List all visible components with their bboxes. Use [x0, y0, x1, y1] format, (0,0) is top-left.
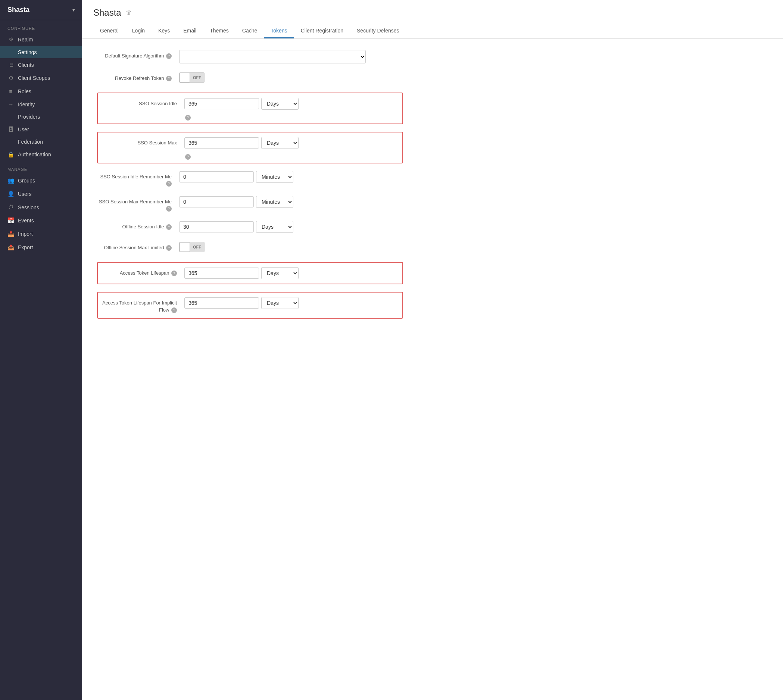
authentication-label: Authentication	[18, 152, 51, 157]
revoke-refresh-row: Revoke Refresh Token ? OFF	[97, 72, 403, 83]
sso-idle-remember-input[interactable]	[179, 171, 254, 182]
realm-title: Shasta	[7, 6, 30, 14]
identity-label: Identity	[18, 102, 35, 107]
offline-max-field: OFF	[179, 242, 403, 253]
sso-idle-remember-unit-select[interactable]: Minutes Hours Days Seconds	[256, 171, 293, 183]
access-token-unit-select[interactable]: Days Hours Minutes Seconds	[261, 267, 299, 279]
sso-idle-input[interactable]	[184, 98, 259, 109]
sso-max-label: SSO Session Max	[102, 137, 184, 146]
tab-general[interactable]: General	[93, 24, 125, 38]
sso-max-remember-field: Minutes Hours Days Seconds	[179, 196, 403, 208]
events-icon: 📅	[7, 217, 14, 224]
offline-max-label: Offline Session Max Limited ?	[97, 242, 179, 251]
sso-idle-remember-row: SSO Session Idle Remember Me ? Minutes H…	[97, 171, 403, 187]
revoke-refresh-toggle[interactable]: OFF	[179, 72, 205, 83]
sidebar-item-export[interactable]: 📤 Export	[0, 241, 82, 254]
sidebar-item-events[interactable]: 📅 Events	[0, 214, 82, 227]
sso-max-help-icon[interactable]: ?	[185, 154, 191, 160]
sso-max-remember-unit-select[interactable]: Minutes Hours Days Seconds	[256, 196, 293, 208]
tab-themes[interactable]: Themes	[203, 24, 235, 38]
sidebar-item-clients[interactable]: 🖥 Clients	[0, 58, 82, 71]
tab-login[interactable]: Login	[125, 24, 152, 38]
tab-client-registration[interactable]: Client Registration	[294, 24, 350, 38]
default-sig-help-icon[interactable]: ?	[166, 53, 172, 59]
sso-idle-help-icon[interactable]: ?	[185, 115, 191, 120]
tab-tokens[interactable]: Tokens	[264, 24, 294, 38]
sso-max-row: SSO Session Max Days Hours Minutes Secon…	[102, 137, 398, 149]
offline-idle-label: Offline Session Idle ?	[97, 221, 179, 230]
sidebar-item-client-scopes[interactable]: ⚙ Client Scopes	[0, 71, 82, 85]
sidebar-item-users[interactable]: 👤 Users	[0, 187, 82, 201]
sso-max-remember-input-group: Minutes Hours Days Seconds	[179, 196, 403, 208]
sso-max-field: Days Hours Minutes Seconds	[184, 137, 398, 149]
offline-idle-help-icon[interactable]: ?	[166, 224, 172, 230]
page-title: Shasta	[93, 7, 121, 18]
offline-max-help-icon[interactable]: ?	[166, 245, 172, 251]
default-sig-select[interactable]	[179, 50, 366, 63]
user-federation-icon: 🗄	[7, 126, 14, 132]
user-label: User	[18, 127, 29, 132]
revoke-refresh-label: Revoke Refresh Token ?	[97, 72, 179, 82]
sso-max-remember-input[interactable]	[179, 196, 254, 207]
users-label: Users	[18, 191, 32, 197]
sidebar-item-realm[interactable]: ⚙ Realm	[0, 33, 82, 46]
revoke-refresh-help-icon[interactable]: ?	[166, 76, 172, 81]
sidebar-item-roles[interactable]: ≡ Roles	[0, 85, 82, 98]
sso-idle-label: SSO Session Idle	[102, 98, 184, 107]
main-content: Shasta 🗑 General Login Keys Email Themes…	[82, 0, 783, 700]
access-token-implicit-input-group: Days Hours Minutes Seconds	[184, 297, 398, 309]
sso-max-remember-help-icon[interactable]: ?	[166, 206, 172, 212]
offline-idle-unit-select[interactable]: Days Hours Minutes Seconds	[256, 221, 293, 233]
access-token-implicit-row: Access Token Lifespan For Implicit Flow …	[102, 297, 398, 313]
sidebar-header[interactable]: Shasta ▾	[0, 0, 82, 20]
sidebar-item-sessions[interactable]: ⏱ Sessions	[0, 201, 82, 214]
sso-max-unit-select[interactable]: Days Hours Minutes Seconds	[261, 137, 299, 149]
sso-idle-highlighted-row: SSO Session Idle Days Hours Minutes Seco…	[97, 93, 403, 124]
settings-label: Settings	[18, 49, 37, 55]
federation-label: Federation	[18, 139, 43, 145]
sidebar-item-settings[interactable]: Settings	[0, 46, 82, 58]
sso-idle-field: Days Hours Minutes Seconds	[184, 98, 398, 110]
sidebar-item-user-federation[interactable]: 🗄 User	[0, 123, 82, 136]
delete-realm-icon[interactable]: 🗑	[126, 9, 132, 16]
sso-idle-remember-help-icon[interactable]: ?	[166, 181, 172, 187]
sso-max-remember-label: SSO Session Max Remember Me ?	[97, 196, 179, 212]
access-token-implicit-unit-select[interactable]: Days Hours Minutes Seconds	[261, 297, 299, 309]
export-label: Export	[18, 244, 33, 250]
sidebar-item-authentication[interactable]: 🔒 Authentication	[0, 148, 82, 161]
groups-icon: 👥	[7, 177, 14, 184]
tab-security-defenses[interactable]: Security Defenses	[350, 24, 406, 38]
sidebar-item-groups[interactable]: 👥 Groups	[0, 174, 82, 187]
sidebar-item-federation[interactable]: Federation	[0, 136, 82, 148]
access-token-input[interactable]	[184, 268, 259, 279]
sso-max-highlighted-row: SSO Session Max Days Hours Minutes Secon…	[97, 132, 403, 163]
offline-idle-row: Offline Session Idle ? Days Hours Minute…	[97, 221, 403, 233]
import-icon: 📥	[7, 231, 14, 237]
offline-max-row: Offline Session Max Limited ? OFF	[97, 242, 403, 253]
sidebar: Shasta ▾ Configure ⚙ Realm Settings 🖥 Cl…	[0, 0, 82, 700]
sso-idle-unit-select[interactable]: Days Hours Minutes Seconds	[261, 98, 299, 110]
offline-max-toggle[interactable]: OFF	[179, 242, 205, 252]
revoke-refresh-field: OFF	[179, 72, 403, 83]
access-token-implicit-help-icon[interactable]: ?	[171, 307, 177, 313]
sidebar-item-identity[interactable]: → Identity	[0, 98, 82, 111]
sidebar-item-providers[interactable]: Providers	[0, 111, 82, 123]
sso-idle-row: SSO Session Idle Days Hours Minutes Seco…	[102, 98, 398, 110]
access-token-help-icon[interactable]: ?	[171, 270, 177, 276]
offline-idle-input[interactable]	[179, 221, 254, 232]
events-label: Events	[18, 218, 34, 223]
access-token-implicit-input[interactable]	[184, 297, 259, 308]
access-token-input-group: Days Hours Minutes Seconds	[184, 267, 398, 279]
sso-idle-remember-label: SSO Session Idle Remember Me ?	[97, 171, 179, 187]
access-token-implicit-field: Days Hours Minutes Seconds	[184, 297, 398, 309]
tab-email[interactable]: Email	[177, 24, 203, 38]
clients-label: Clients	[18, 62, 34, 68]
chevron-down-icon: ▾	[72, 7, 75, 13]
sidebar-item-import[interactable]: 📥 Import	[0, 227, 82, 241]
tab-cache[interactable]: Cache	[235, 24, 264, 38]
default-sig-row: Default Signature Algorithm ?	[97, 50, 403, 63]
tab-keys[interactable]: Keys	[152, 24, 177, 38]
sso-max-input[interactable]	[184, 137, 259, 148]
access-token-highlighted-row: Access Token Lifespan ? Days Hours Minut…	[97, 262, 403, 284]
sso-idle-input-group: Days Hours Minutes Seconds	[184, 98, 398, 110]
